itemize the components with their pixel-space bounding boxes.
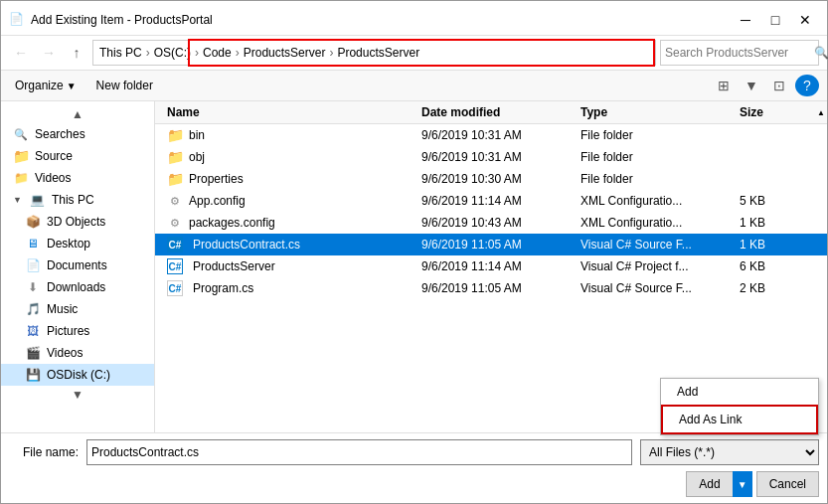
filename-label: File name: — [9, 445, 79, 459]
table-row[interactable]: ⚙packages.config 9/6/2019 10:43 AM XML C… — [155, 212, 827, 234]
titlebar-controls: ─ □ ✕ — [732, 9, 819, 31]
sidebar-label-documents: Documents — [47, 258, 107, 272]
sort-arrow: ▲ — [815, 101, 827, 123]
file-icon-csproj: C# — [167, 258, 183, 274]
sidebar-item-music[interactable]: 🎵 Music — [1, 298, 154, 320]
add-dropdown-button[interactable]: ▼ — [733, 471, 752, 497]
organize-toolbar: Organize ▼ New folder ⊞ ▼ ⊡ ? — [1, 71, 827, 101]
back-button[interactable]: ← — [9, 41, 33, 65]
view-controls: ⊞ ▼ ⊡ ? — [712, 75, 819, 96]
breadcrumb-code[interactable]: Code — [201, 46, 234, 60]
sidebar-item-osdisk[interactable]: 💾 OSDisk (C:) — [1, 364, 154, 386]
sidebar-item-documents[interactable]: 📄 Documents — [1, 254, 154, 276]
sidebar-item-videos[interactable]: 📁 Videos — [1, 167, 154, 189]
minimize-button[interactable]: ─ — [732, 9, 759, 31]
view-dropdown-button[interactable]: ▼ — [740, 75, 763, 96]
organize-label: Organize — [15, 79, 64, 92]
breadcrumb-productsserver1[interactable]: ProductsServer — [242, 46, 328, 60]
searches-icon: 🔍 — [13, 126, 29, 142]
breadcrumb-thispc[interactable]: This PC — [97, 46, 144, 60]
bottom-bar: File name: All Files (*.*) Add ▼ Cancel — [1, 432, 827, 503]
thispc-arrow: ▼ — [13, 195, 22, 205]
table-row[interactable]: 📁Properties 9/6/2019 10:30 AM File folde… — [155, 168, 827, 190]
dropdown-item-add-as-link[interactable]: Add As Link — [661, 405, 818, 434]
sidebar-label-music: Music — [47, 302, 78, 316]
pictures-icon: 🖼 — [25, 323, 41, 339]
thispc-icon: 💻 — [30, 192, 46, 208]
sidebar: ▲ 🔍 Searches 📁 Source 📁 Videos ▼ 💻 This … — [1, 101, 155, 432]
table-row[interactable]: C#Program.cs 9/6/2019 11:05 AM Visual C#… — [155, 277, 827, 299]
forward-button[interactable]: → — [37, 41, 61, 65]
organize-button[interactable]: Organize ▼ — [9, 77, 83, 94]
sidebar-item-source[interactable]: 📁 Source — [1, 145, 154, 167]
breadcrumb-content: This PC › OS(C:) › Code › ProductsServer… — [97, 46, 421, 60]
up-button[interactable]: ↑ — [65, 41, 88, 65]
file-icon-folder: 📁 — [167, 171, 183, 187]
breadcrumb-osc[interactable]: OS(C:) — [152, 46, 193, 60]
address-toolbar: ← → ↑ This PC › OS(C:) › Code › Products… — [1, 36, 827, 71]
desktop-icon: 🖥 — [25, 236, 41, 252]
search-input[interactable] — [665, 46, 814, 60]
3dobjects-icon: 📦 — [25, 214, 41, 230]
sidebar-label-videos: Videos — [35, 171, 71, 185]
col-header-name: Name ▲ — [163, 105, 421, 119]
table-row[interactable]: 📁obj 9/6/2019 10:31 AM File folder — [155, 146, 827, 168]
file-icon-folder: 📁 — [167, 127, 183, 143]
breadcrumb-bar[interactable]: This PC › OS(C:) › Code › ProductsServer… — [92, 40, 656, 66]
sidebar-label-videos2: Videos — [47, 346, 83, 360]
search-bar: 🔍 — [660, 40, 819, 66]
sidebar-item-desktop[interactable]: 🖥 Desktop — [1, 233, 154, 254]
breadcrumb-productsserver2[interactable]: ProductsServer — [335, 46, 421, 60]
window-icon: 📄 — [9, 12, 25, 28]
main-window: 📄 Add Existing Item - ProductsPortal ─ □… — [0, 0, 828, 504]
sidebar-label-searches: Searches — [35, 127, 85, 141]
file-icon-config: ⚙ — [167, 193, 183, 209]
sidebar-label-source: Source — [35, 149, 73, 163]
table-row-selected[interactable]: C#ProductsContract.cs 9/6/2019 11:05 AM … — [155, 234, 827, 255]
table-row[interactable]: C#ProductsServer 9/6/2019 11:14 AM Visua… — [155, 255, 827, 277]
source-icon: 📁 — [13, 148, 29, 164]
col-header-size[interactable]: Size — [740, 105, 799, 119]
maximize-button[interactable]: □ — [761, 9, 789, 31]
cancel-button[interactable]: Cancel — [756, 471, 819, 497]
new-folder-button[interactable]: New folder — [90, 77, 159, 94]
help-button[interactable]: ? — [795, 75, 819, 96]
file-icon-cs2: C# — [167, 280, 183, 296]
dropdown-menu: Add Add As Link — [660, 378, 819, 435]
music-icon: 🎵 — [25, 301, 41, 317]
file-list-header[interactable]: Name ▲ Date modified Type Size — [155, 101, 827, 124]
file-icon-config: ⚙ — [167, 215, 183, 231]
titlebar: 📄 Add Existing Item - ProductsPortal ─ □… — [1, 1, 827, 36]
sidebar-item-3dobjects[interactable]: 📦 3D Objects — [1, 211, 154, 233]
osdisk-icon: 💾 — [25, 367, 41, 383]
organize-dropdown-icon: ▼ — [67, 81, 77, 91]
close-button[interactable]: ✕ — [791, 9, 819, 31]
search-icon[interactable]: 🔍 — [814, 46, 828, 60]
sidebar-item-searches[interactable]: 🔍 Searches — [1, 123, 154, 145]
videos-icon: 📁 — [13, 170, 29, 186]
table-row[interactable]: 📁bin 9/6/2019 10:31 AM File folder — [155, 124, 827, 146]
sidebar-scroll-up[interactable]: ▲ — [1, 105, 154, 123]
add-button[interactable]: Add — [686, 471, 732, 497]
sidebar-item-videos2[interactable]: 🎬 Videos — [1, 342, 154, 364]
filename-input[interactable] — [86, 439, 632, 465]
downloads-icon: ⬇ — [25, 279, 41, 295]
sidebar-label-thispc: This PC — [52, 193, 94, 207]
view-toggle-button[interactable]: ⊞ — [712, 75, 736, 96]
sidebar-item-pictures[interactable]: 🖼 Pictures — [1, 320, 154, 342]
filetype-select[interactable]: All Files (*.*) — [640, 439, 819, 465]
col-header-date[interactable]: Date modified — [421, 105, 580, 119]
sidebar-item-downloads[interactable]: ⬇ Downloads — [1, 276, 154, 298]
file-icon-cs: C# — [167, 237, 183, 252]
sidebar-scroll-down[interactable]: ▼ — [1, 386, 154, 404]
table-row[interactable]: ⚙App.config 9/6/2019 11:14 AM XML Config… — [155, 190, 827, 212]
preview-pane-button[interactable]: ⊡ — [767, 75, 791, 96]
sidebar-label-osdisk: OSDisk (C:) — [47, 368, 110, 382]
filename-row: File name: All Files (*.*) — [9, 439, 819, 465]
action-row: Add ▼ Cancel — [9, 471, 819, 497]
window-title: Add Existing Item - ProductsPortal — [31, 13, 732, 27]
sidebar-item-thispc[interactable]: ▼ 💻 This PC — [1, 189, 154, 211]
file-icon-folder: 📁 — [167, 149, 183, 165]
dropdown-item-add[interactable]: Add — [661, 379, 818, 405]
col-header-type[interactable]: Type — [580, 105, 740, 119]
